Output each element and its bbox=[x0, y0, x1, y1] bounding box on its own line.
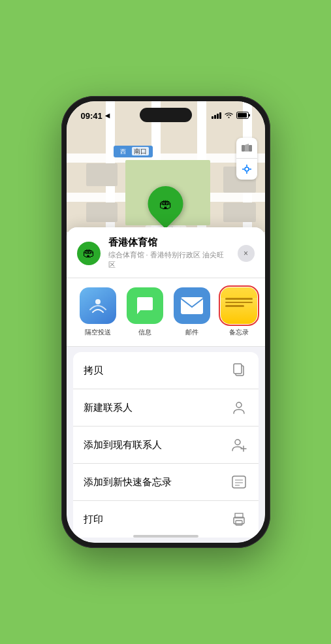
map-label: 西 南口 bbox=[114, 146, 153, 157]
action-new-contact-label: 新建联系人 bbox=[84, 402, 133, 414]
dynamic-island bbox=[140, 108, 192, 122]
svg-marker-4 bbox=[245, 144, 249, 152]
signal-bars-icon bbox=[212, 112, 221, 119]
location-card: 🏟 香港体育馆 综合体育馆 · 香港特别行政区 油尖旺区 × bbox=[67, 227, 265, 278]
svg-rect-12 bbox=[181, 297, 203, 314]
share-item-notes[interactable]: 备忘录 bbox=[218, 287, 260, 337]
svg-rect-19 bbox=[232, 476, 245, 488]
svg-rect-25 bbox=[236, 521, 242, 525]
mail-label: 邮件 bbox=[185, 328, 198, 337]
wifi-icon bbox=[225, 112, 233, 120]
svg-rect-14 bbox=[234, 364, 242, 374]
phone-frame: 09:41 ◀ bbox=[61, 96, 270, 548]
copy-icon bbox=[230, 361, 248, 379]
quick-note-icon bbox=[230, 473, 248, 491]
phone-screen: 09:41 ◀ bbox=[67, 101, 265, 543]
action-add-existing[interactable]: 添加到现有联系人 bbox=[73, 427, 259, 464]
map-controls bbox=[236, 138, 257, 180]
action-add-note[interactable]: 添加到新快速备忘录 bbox=[73, 464, 259, 501]
svg-point-15 bbox=[236, 402, 242, 408]
action-add-note-label: 添加到新快速备忘录 bbox=[84, 476, 172, 489]
battery-icon bbox=[236, 110, 251, 121]
action-new-contact[interactable]: 新建联系人 bbox=[73, 389, 259, 427]
notes-label: 备忘录 bbox=[229, 328, 249, 337]
close-button[interactable]: × bbox=[238, 245, 255, 262]
share-item-messages[interactable]: 信息 bbox=[124, 287, 166, 337]
svg-point-11 bbox=[95, 299, 101, 304]
action-list: 拷贝 新建联系人 bbox=[73, 352, 259, 538]
action-print[interactable]: 打印 bbox=[73, 501, 259, 538]
action-copy-label: 拷贝 bbox=[84, 364, 103, 377]
action-print-label: 打印 bbox=[84, 513, 103, 526]
action-add-existing-label: 添加到现有联系人 bbox=[84, 439, 162, 451]
svg-point-16 bbox=[235, 440, 240, 445]
new-contact-icon bbox=[230, 398, 248, 417]
location-arrow-icon: ◀ bbox=[105, 112, 110, 119]
svg-rect-2 bbox=[249, 114, 250, 117]
share-item-airdrop[interactable]: 隔空投送 bbox=[77, 287, 119, 337]
map-type-button[interactable] bbox=[236, 138, 257, 159]
venue-name: 香港体育馆 bbox=[108, 236, 230, 249]
share-item-mail[interactable]: 邮件 bbox=[171, 287, 213, 337]
location-button[interactable] bbox=[236, 159, 257, 180]
svg-rect-3 bbox=[242, 145, 245, 152]
status-icons bbox=[212, 110, 251, 121]
messages-label: 信息 bbox=[138, 328, 151, 337]
pin-icon: 🏟 bbox=[140, 179, 190, 229]
add-contact-icon bbox=[230, 436, 248, 454]
airdrop-label: 隔空投送 bbox=[85, 328, 111, 337]
venue-icon: 🏟 bbox=[77, 242, 101, 265]
action-copy[interactable]: 拷贝 bbox=[73, 352, 259, 389]
location-info: 香港体育馆 综合体育馆 · 香港特别行政区 油尖旺区 bbox=[108, 236, 230, 270]
airdrop-icon bbox=[80, 287, 116, 324]
venue-description: 综合体育馆 · 香港特别行政区 油尖旺区 bbox=[108, 250, 230, 270]
svg-rect-5 bbox=[249, 145, 252, 152]
messages-icon bbox=[127, 287, 163, 324]
bottom-sheet: 🏟 香港体育馆 综合体育馆 · 香港特别行政区 油尖旺区 × bbox=[67, 227, 265, 543]
status-time: 09:41 ◀ bbox=[81, 111, 110, 121]
svg-point-6 bbox=[245, 167, 249, 171]
print-icon bbox=[230, 510, 248, 528]
home-indicator bbox=[133, 535, 198, 538]
mail-icon bbox=[174, 287, 210, 324]
share-row: 隔空投送 信息 bbox=[67, 278, 265, 347]
svg-rect-1 bbox=[238, 113, 247, 118]
